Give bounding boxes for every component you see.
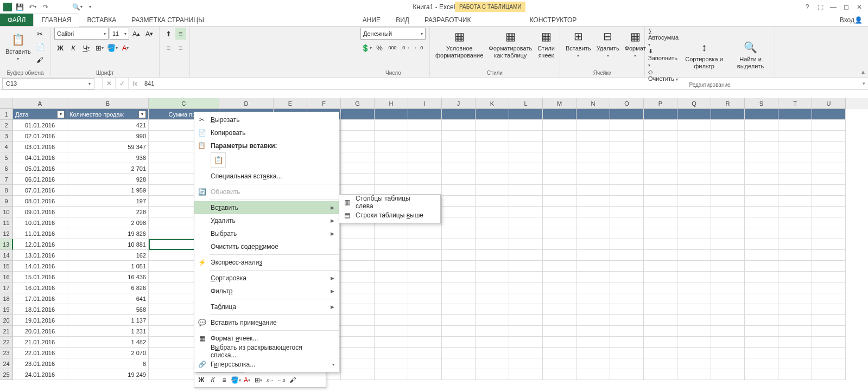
- cell[interactable]: [745, 282, 778, 293]
- cell[interactable]: [745, 250, 778, 261]
- row-header-24[interactable]: 24: [0, 358, 13, 369]
- col-header-U[interactable]: U: [812, 98, 846, 109]
- cell[interactable]: [745, 337, 778, 348]
- mt-italic-button[interactable]: К: [207, 375, 218, 385]
- expand-formula-bar-icon[interactable]: ▾: [859, 81, 868, 86]
- cell[interactable]: [677, 304, 711, 315]
- cell[interactable]: [576, 163, 610, 174]
- cell[interactable]: [677, 109, 711, 120]
- cell[interactable]: [677, 152, 711, 163]
- cell[interactable]: [778, 282, 812, 293]
- qat-touch-icon[interactable]: 🔍▾: [72, 2, 83, 12]
- cell[interactable]: [375, 348, 408, 358]
- cell[interactable]: [543, 369, 576, 380]
- cell-date[interactable]: 13.01.2016: [13, 250, 67, 261]
- cell[interactable]: [812, 131, 846, 142]
- col-header-G[interactable]: G: [341, 98, 375, 109]
- cell[interactable]: [341, 142, 375, 152]
- cell[interactable]: [677, 142, 711, 152]
- cell[interactable]: [644, 228, 677, 239]
- cell[interactable]: [812, 250, 846, 261]
- cell[interactable]: [408, 293, 442, 304]
- cell[interactable]: [442, 358, 476, 369]
- cell[interactable]: [711, 217, 745, 228]
- cell[interactable]: [543, 293, 576, 304]
- cell[interactable]: [476, 358, 509, 369]
- tab-home[interactable]: ГЛАВНАЯ: [33, 14, 79, 27]
- cell[interactable]: [543, 272, 576, 282]
- cell[interactable]: [677, 239, 711, 250]
- cm-copy[interactable]: 📄Копировать: [194, 126, 339, 139]
- table-header-date[interactable]: Дата▾: [13, 109, 67, 120]
- cell[interactable]: [408, 282, 442, 293]
- cell-date[interactable]: 05.01.2016: [13, 163, 67, 174]
- row-header-25[interactable]: 25: [0, 369, 13, 380]
- cell[interactable]: [476, 207, 509, 217]
- col-header-A[interactable]: A: [13, 98, 67, 109]
- cell[interactable]: [576, 315, 610, 326]
- cell[interactable]: [745, 142, 778, 152]
- row-header-7[interactable]: 7: [0, 174, 13, 185]
- cell[interactable]: [677, 120, 711, 131]
- fill-button[interactable]: ⬇ Заполнить ▾: [648, 48, 679, 68]
- cell-date[interactable]: 16.01.2016: [13, 282, 67, 293]
- cell[interactable]: [476, 163, 509, 174]
- cell[interactable]: [644, 120, 677, 131]
- mt-bold-button[interactable]: Ж: [196, 375, 207, 385]
- cell[interactable]: [778, 152, 812, 163]
- cell[interactable]: [576, 217, 610, 228]
- cell[interactable]: [476, 337, 509, 348]
- cell[interactable]: [408, 250, 442, 261]
- cell[interactable]: [408, 174, 442, 185]
- cell[interactable]: [711, 163, 745, 174]
- filter-icon[interactable]: ▾: [57, 111, 65, 118]
- qat-undo-icon[interactable]: ↶▾: [27, 2, 38, 12]
- cell[interactable]: [778, 239, 812, 250]
- cell[interactable]: [543, 228, 576, 239]
- cell[interactable]: [375, 163, 408, 174]
- cell[interactable]: [543, 358, 576, 369]
- cell[interactable]: [442, 217, 476, 228]
- align-left-icon[interactable]: ≡: [163, 42, 174, 54]
- cell[interactable]: [476, 217, 509, 228]
- cell[interactable]: [711, 142, 745, 152]
- cell[interactable]: [745, 261, 778, 272]
- tab-file[interactable]: ФАЙЛ: [0, 14, 33, 26]
- grow-font-icon[interactable]: A▴: [130, 28, 142, 40]
- cell[interactable]: [745, 163, 778, 174]
- col-header-L[interactable]: L: [509, 98, 543, 109]
- cell[interactable]: [476, 120, 509, 131]
- cell[interactable]: [745, 369, 778, 380]
- cell[interactable]: [476, 228, 509, 239]
- cell-qty[interactable]: 1 482: [67, 337, 149, 348]
- cell[interactable]: [476, 261, 509, 272]
- cm-cut[interactable]: ✂Вырезать: [194, 113, 339, 126]
- cell[interactable]: [408, 261, 442, 272]
- cell[interactable]: [408, 272, 442, 282]
- cell-qty[interactable]: 1 051: [67, 261, 149, 272]
- cell[interactable]: [509, 120, 543, 131]
- cell[interactable]: [778, 207, 812, 217]
- mt-format-painter-icon[interactable]: 🖌: [287, 375, 298, 385]
- cell[interactable]: [543, 152, 576, 163]
- cell[interactable]: [576, 369, 610, 380]
- cell-date[interactable]: 20.01.2016: [13, 326, 67, 337]
- cell[interactable]: [442, 120, 476, 131]
- cell[interactable]: [711, 207, 745, 217]
- cell[interactable]: [543, 174, 576, 185]
- row-header-10[interactable]: 10: [0, 207, 13, 217]
- cell[interactable]: [610, 142, 644, 152]
- cell[interactable]: [745, 228, 778, 239]
- cell[interactable]: [677, 228, 711, 239]
- tab-page-layout[interactable]: РАЗМЕТКА СТРАНИЦЫ: [124, 14, 212, 26]
- cell[interactable]: [677, 337, 711, 348]
- cell[interactable]: [476, 348, 509, 358]
- cell[interactable]: [778, 120, 812, 131]
- cell[interactable]: [476, 152, 509, 163]
- cell[interactable]: [375, 152, 408, 163]
- cell[interactable]: [812, 337, 846, 348]
- cell[interactable]: [812, 196, 846, 207]
- autosum-button[interactable]: ∑ Автосумма ▾: [648, 28, 679, 47]
- cell[interactable]: [576, 250, 610, 261]
- row-header-15[interactable]: 15: [0, 261, 13, 272]
